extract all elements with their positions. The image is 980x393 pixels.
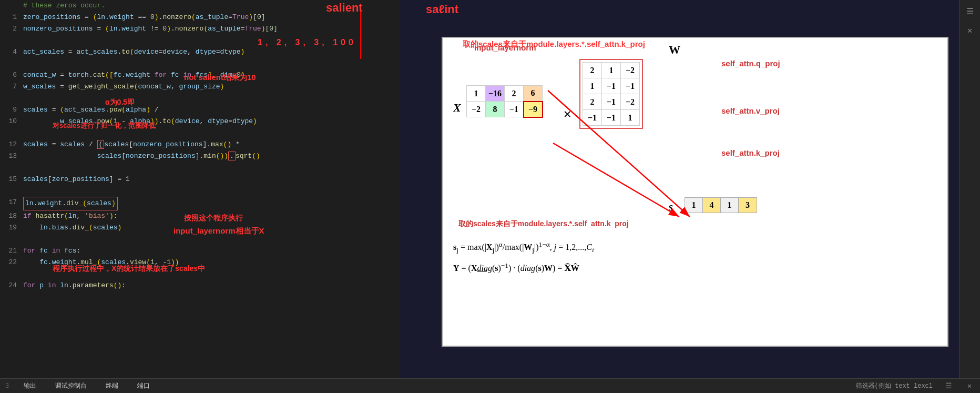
code-line	[0, 268, 400, 280]
code-line: 10 w_scales.pow(1 - alpha)).to(device, d…	[0, 116, 400, 127]
tab-debug[interactable]: 调试控制台	[51, 381, 91, 390]
filter-close-icon[interactable]: ✕	[964, 381, 975, 391]
line-content: nonzero_positions = (ln.weight != 0).non…	[21, 23, 400, 35]
right-panel: saℓint input_layernorm W X 1 −16 2 6	[400, 0, 959, 378]
salient-annotation: salient	[326, 1, 363, 15]
line-number: 22	[0, 257, 21, 268]
code-line: 22 fc.weight.mul_(scales.view(1, -1))	[0, 257, 400, 268]
formula1: sj = max(|Xj|)α/max(|Wj|)1−α, j = 1,2,..…	[453, 240, 594, 255]
line-number	[0, 185, 21, 197]
line-content	[21, 268, 400, 280]
line-content: ln.weight.div_(scales)	[21, 197, 400, 210]
tab-output[interactable]: 输出	[19, 381, 40, 390]
x-label: X	[453, 101, 461, 115]
w-cell-12: −1	[621, 78, 640, 94]
menu-icon[interactable]: ☰	[963, 4, 977, 19]
line-number: 2	[0, 23, 21, 35]
code-line	[0, 93, 400, 104]
line-content: scales[zero_positions] = 1	[21, 174, 400, 185]
w-cell-21: −1	[602, 94, 621, 110]
k-proj-label: self_attn.k_proj	[721, 148, 780, 157]
line-content: w_scales.pow(1 - alpha)).to(device, dtyp…	[21, 116, 400, 127]
line-number: 6	[0, 69, 21, 81]
line-number: 19	[0, 222, 21, 234]
line-number: 12	[0, 139, 21, 150]
code-lines: # these zeros occur. 1 zero_positions = …	[0, 0, 400, 291]
line-content	[21, 234, 400, 245]
w-cell-30: −1	[583, 110, 602, 126]
w-cell-32: 1	[621, 110, 640, 126]
x-cell-02: 2	[505, 86, 524, 102]
code-line: 17 ln.weight.div_(scales)	[0, 197, 400, 210]
diagram-content: input_layernorm W X 1 −16 2 6 −2 8	[443, 38, 947, 346]
code-line: 7 w_scales = get_weight_scale(concat_w, …	[0, 81, 400, 93]
v-proj-label: self_attn.v_proj	[721, 106, 780, 115]
code-line: 4 act_scales = act_scales.to(device=devi…	[0, 46, 400, 58]
salient-top-label: saℓint	[426, 3, 458, 16]
multiply-sign: ✕	[564, 106, 571, 122]
code-line	[0, 234, 400, 245]
main-area: # these zeros occur. 1 zero_positions = …	[0, 0, 980, 378]
x-cell-01: −16	[486, 86, 505, 102]
tab-terminal[interactable]: 终端	[101, 381, 122, 390]
close-icon[interactable]: ✕	[963, 23, 977, 38]
formula2: Y = (Xdiag(s)−1) · (diag(s)W) = X̂Ŵ	[453, 261, 579, 273]
code-editor: # these zeros occur. 1 zero_positions = …	[0, 0, 400, 378]
x-cell-03: 6	[524, 86, 543, 102]
filter-menu-icon[interactable]: ☰	[943, 381, 954, 391]
code-line	[0, 35, 400, 46]
w-label: W	[669, 43, 680, 57]
code-line: 19 ln.bias.div_(scales)	[0, 222, 400, 234]
code-line: 13 scales[nonzero_positions].min()).sqrt…	[0, 150, 400, 162]
line-content: w_scales = get_weight_scale(concat_w, gr…	[21, 81, 400, 93]
diagram-box: input_layernorm W X 1 −16 2 6 −2 8	[442, 37, 948, 347]
line-number: 18	[0, 210, 21, 222]
code-line: 21 for fc in fcs:	[0, 245, 400, 257]
s-cell-2: 1	[721, 198, 739, 213]
line-content	[21, 93, 400, 104]
line-content: act_scales = act_scales.to(device=device…	[21, 46, 400, 58]
line-number	[0, 234, 21, 245]
tab-ports[interactable]: 端口	[133, 381, 154, 390]
code-line	[0, 185, 400, 197]
x-cell-12: −1	[505, 102, 524, 117]
line-content: scales = (act_scales.pow(alpha) /	[21, 104, 400, 116]
line-number	[0, 268, 21, 280]
line-number: 1	[0, 12, 21, 23]
svg-line-2	[553, 143, 679, 217]
code-line: 6 concat_w = torch.cat([fc.weight for fc…	[0, 69, 400, 81]
line-content	[21, 35, 400, 46]
line-content: concat_w = torch.cat([fc.weight for fc i…	[21, 69, 400, 81]
right-sidebar: ☰ ✕	[959, 0, 980, 378]
code-line	[0, 162, 400, 174]
w-cell-22: −2	[621, 94, 640, 110]
line-content: for fc in fcs:	[21, 245, 400, 257]
arrows-svg	[443, 38, 947, 346]
x-matrix: 1 −16 2 6 −2 8 −1 −9	[466, 85, 543, 118]
line-number	[0, 35, 21, 46]
s-row: 1 4 1 3	[685, 197, 757, 213]
line-number: 10	[0, 116, 21, 127]
w-cell-00: 2	[583, 63, 602, 78]
filter-label: 筛选器(例如 text lexcl	[856, 381, 933, 390]
line-content: ln.bias.div_(scales)	[21, 222, 400, 234]
line-number: 4	[0, 46, 21, 58]
line-content	[21, 58, 400, 69]
line-number	[0, 0, 21, 12]
line-content	[21, 127, 400, 139]
line-number: 24	[0, 280, 21, 291]
line-content: if hasattr(ln, 'bias'):	[21, 210, 400, 222]
code-line: 2 nonzero_positions = (ln.weight != 0).n…	[0, 23, 400, 35]
code-line	[0, 127, 400, 139]
input-layernorm-label: input_layernorm	[474, 43, 536, 52]
w-cell-02: −2	[621, 63, 640, 78]
x-cell-11: 8	[486, 102, 505, 117]
line-content: fc.weight.mul_(scales.view(1, -1))	[21, 257, 400, 268]
code-line	[0, 58, 400, 69]
x-cell-10: −2	[467, 102, 486, 117]
w-cell-20: 2	[583, 94, 602, 110]
w-cell-11: −1	[602, 78, 621, 94]
scales-note: 取的scales来自于module.layers.*.self_attn.k_p…	[458, 219, 629, 229]
x-cell-00: 1	[467, 86, 486, 102]
line-number: 17	[0, 197, 21, 210]
